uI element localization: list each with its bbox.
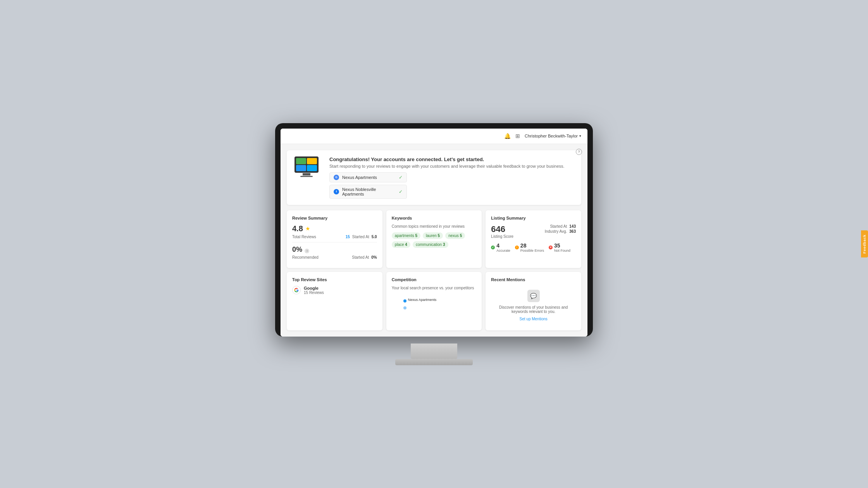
congrats-subtitle: Start responding to your reviews to enga… [329, 164, 574, 168]
metric-accurate-info: 4 Accurate [496, 242, 510, 253]
mentions-cta[interactable]: Set up Mentions [491, 317, 576, 321]
mentions-content: 💬 Discover mentions of your business and… [491, 286, 576, 325]
google-logo [292, 286, 301, 294]
help-icon[interactable]: ? [576, 149, 582, 155]
recommended-started-value: 0% [371, 255, 377, 259]
cards-grid: Review Summary 4.8 ★ Total Reviews 15 St… [287, 210, 581, 330]
review-score-num: 4.8 [292, 224, 303, 233]
listing-score-label: Listing Score [491, 234, 513, 239]
review-divider [292, 242, 377, 242]
user-menu[interactable]: Christopher Beckwith-Taylor [525, 134, 581, 138]
facebook-icon: f [334, 189, 339, 194]
google-reviews: 15 Reviews [304, 290, 324, 295]
listing-summary-card: Listing Summary 646 Listing Score Starte… [486, 210, 581, 268]
recommend-score: 0% [292, 246, 302, 253]
listing-metrics: ✓ 4 Accurate ! 28 [491, 242, 576, 253]
total-reviews-value: 15 [346, 235, 350, 239]
illustration [294, 156, 322, 178]
recommended-label: Recommended [292, 255, 319, 259]
monitor-stand-neck [411, 344, 457, 359]
metric-accurate: ✓ 4 Accurate [491, 242, 510, 253]
google-name: Google [304, 286, 324, 290]
errors-num: 28 [520, 242, 544, 249]
info-icon: i [305, 249, 309, 253]
industry-avg-stat-val: 363 [569, 229, 576, 234]
accurate-dot: ✓ [491, 246, 495, 249]
started-at-stat: Started At 143 [545, 224, 576, 229]
comp-label-main: Nexus Apartments [408, 298, 437, 302]
started-at-stat-label: Started At [550, 224, 567, 229]
started-at-value: 5.0 [372, 235, 377, 239]
account-google-name: Nexus Apartments [342, 175, 377, 180]
monitor-stand-base [395, 359, 473, 365]
illus-stand [303, 173, 310, 175]
kw-tag-apartments: apartments 5 [392, 232, 420, 239]
comp-dot-main [403, 299, 406, 302]
mentions-icon: 💬 [527, 290, 540, 302]
accurate-num: 4 [496, 242, 510, 249]
review-summary-title: Review Summary [292, 216, 377, 220]
keywords-card: Keywords Common topics mentioned in your… [386, 210, 482, 268]
review-summary-card: Review Summary 4.8 ★ Total Reviews 15 St… [287, 210, 382, 268]
notfound-dot: ✕ [549, 246, 553, 249]
metric-notfound: ✕ 35 Not Found [549, 242, 570, 253]
started-at-stat-val: 143 [569, 224, 576, 229]
listing-stats: Started At 143 Industry Avg. 363 [545, 224, 576, 234]
recent-mentions-card: Recent Mentions 💬 Discover mentions of y… [486, 272, 581, 330]
connected-accounts: G Nexus Apartments ✓ f Nexus Noblesville… [329, 172, 574, 199]
grid-icon[interactable]: ⊞ [515, 133, 520, 139]
recommended-started-label: Started At [352, 255, 369, 259]
illus-cell-green [296, 158, 306, 164]
metric-errors: ! 28 Possible Errors [515, 242, 544, 253]
notification-icon[interactable]: 🔔 [504, 133, 511, 139]
google-check: ✓ [399, 175, 403, 180]
illus-cell-lightblue [307, 165, 317, 171]
top-review-sites-title: Top Review Sites [292, 277, 377, 282]
google-info: Google 15 Reviews [304, 286, 324, 295]
google-icon: G [334, 175, 339, 180]
started-at-label: Started At [352, 235, 369, 239]
illus-base [300, 176, 313, 177]
kw-tag-lauren: lauren 5 [423, 232, 443, 239]
total-reviews-row: Total Reviews 15 Started At 5.0 [292, 235, 377, 239]
listing-score-row: 646 Listing Score Started At 143 [491, 224, 576, 239]
mentions-text: Discover mentions of your business and k… [491, 305, 576, 314]
notfound-label: Not Found [554, 249, 570, 253]
industry-avg-stat-label: Industry Avg. [545, 229, 567, 234]
congrats-text: Congratulations! Your accounts are conne… [329, 156, 574, 199]
competition-title: Competition [392, 277, 477, 282]
listing-score-left: 646 Listing Score [491, 224, 513, 239]
competition-subtitle: Your local search presence vs. your comp… [392, 286, 477, 290]
illus-cell-yellow [307, 158, 317, 164]
listing-summary-title: Listing Summary [491, 216, 576, 220]
kw-tag-place: place 4 [392, 241, 410, 248]
recent-mentions-title: Recent Mentions [491, 277, 576, 282]
metric-notfound-info: 35 Not Found [554, 242, 570, 253]
accurate-label: Accurate [496, 249, 510, 253]
comp-dot-other [403, 306, 406, 309]
congrats-banner: Congratulations! Your accounts are conne… [287, 150, 581, 205]
monitor-illustration [294, 156, 319, 173]
industry-avg-stat: Industry Avg. 363 [545, 229, 576, 234]
listing-score-num: 646 [491, 224, 513, 234]
google-row: Google 15 Reviews [292, 286, 377, 295]
account-google: G Nexus Apartments ✓ [329, 172, 407, 182]
metric-errors-info: 28 Possible Errors [520, 242, 544, 253]
facebook-check: ✓ [399, 189, 403, 194]
star-icon: ★ [305, 225, 310, 232]
app-content: Congratulations! Your accounts are conne… [281, 144, 587, 337]
top-review-sites-card: Top Review Sites [287, 272, 382, 330]
illus-cell-blue [296, 165, 306, 171]
keywords-tags: apartments 5 lauren 5 nexus 5 place 4 co… [392, 232, 477, 248]
feedback-tab[interactable]: Feedback [861, 230, 868, 258]
review-score-row: 4.8 ★ [292, 224, 377, 233]
keywords-title: Keywords [392, 216, 477, 220]
kw-tag-nexus: nexus 5 [445, 232, 465, 239]
congrats-title: Congratulations! Your accounts are conne… [329, 156, 574, 162]
errors-label: Possible Errors [520, 249, 544, 253]
account-facebook: f Nexus Noblesville Apartments ✓ [329, 185, 407, 199]
competition-card: Competition Your local search presence v… [386, 272, 482, 330]
recommended-row: Recommended Started At 0% [292, 255, 377, 259]
notfound-num: 35 [554, 242, 570, 249]
errors-dot: ! [515, 246, 519, 249]
